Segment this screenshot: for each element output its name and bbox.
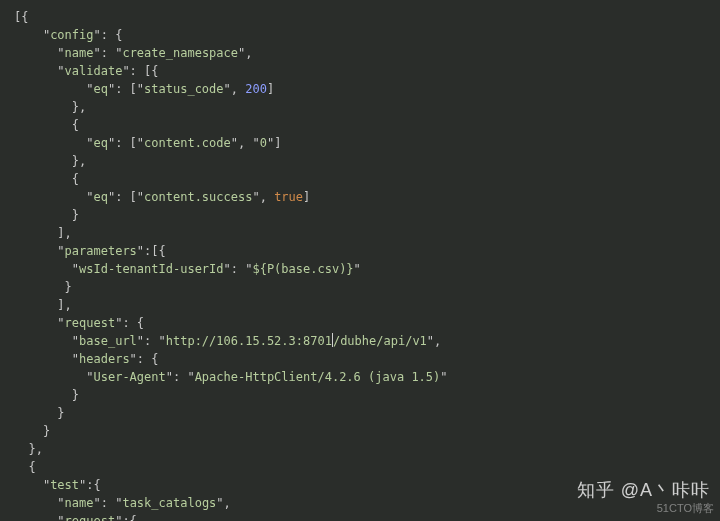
key-tname: name <box>65 496 94 510</box>
key-headers: headers <box>79 352 130 366</box>
key-eq2: eq <box>93 136 107 150</box>
key-trequest: request <box>65 514 116 521</box>
val-base-url-b: /dubhe/api/v1 <box>333 334 427 348</box>
key-ua: User-Agent <box>93 370 165 384</box>
val-name: create_namespace <box>122 46 238 60</box>
val-ua: Apache-HttpClient/4.2.6 (java 1.5) <box>195 370 441 384</box>
eq1b: 200 <box>245 82 267 96</box>
eq1a: status_code <box>144 82 223 96</box>
key-test: test <box>50 478 79 492</box>
eq2a: content.code <box>144 136 231 150</box>
key-base-url: base_url <box>79 334 137 348</box>
eq2b: 0 <box>260 136 267 150</box>
param-k: wsId-tenantId-userId <box>79 262 224 276</box>
key-request: request <box>65 316 116 330</box>
eq3a: content.success <box>144 190 252 204</box>
key-name: name <box>65 46 94 60</box>
val-base-url-a: http://106.15.52.3:8701 <box>166 334 332 348</box>
key-eq3: eq <box>93 190 107 204</box>
key-eq1: eq <box>93 82 107 96</box>
eq3b: true <box>274 190 303 204</box>
key-validate: validate <box>65 64 123 78</box>
code-editor[interactable]: [{ "config": { "name": "create_namespace… <box>14 8 720 521</box>
key-config: config <box>50 28 93 42</box>
key-parameters: parameters <box>65 244 137 258</box>
val-tname: task_catalogs <box>122 496 216 510</box>
param-v: ${P(base.csv)} <box>252 262 353 276</box>
